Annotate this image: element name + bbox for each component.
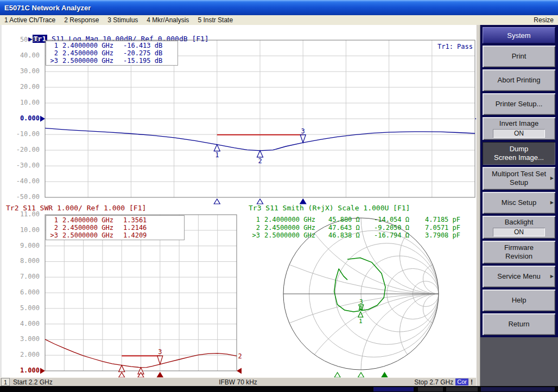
y-tick-label: -50.00 (8, 193, 40, 201)
softkey-menu: SystemPrintAbort PrintingPrinter Setup..… (480, 25, 558, 386)
menu-item-1[interactable]: 1 Active Ch/Trace (0, 16, 60, 24)
marker-cell: 1 (47, 216, 58, 224)
svg-text:2: 2 (258, 157, 262, 165)
y-tick-label: 50.00 (8, 36, 40, 43)
y-tick-label: 4.000 (8, 320, 40, 327)
marker-cell: 2 (47, 49, 58, 57)
submenu-arrow-icon: ▶ (550, 274, 554, 279)
softkey-return[interactable]: Return (483, 313, 555, 335)
marker-cell: 2.5000000 GHz (62, 232, 119, 239)
y-tick-label: 20.00 (8, 83, 40, 91)
svg-text:3: 3 (359, 298, 363, 305)
softkey-label: Abort Printing (498, 76, 541, 85)
y-tick-label: 40.00 (8, 52, 40, 59)
y-tick-label: 11.00 (8, 210, 40, 218)
softkey-misc-setup[interactable]: Misc Setup▶ (483, 192, 555, 214)
marker-cell: -16.794 Ω (374, 232, 421, 240)
marker-cell: 45.880 Ω (328, 216, 370, 224)
taskbar-strip (0, 386, 558, 392)
softkey-label: Firmware Revision (504, 243, 534, 261)
y-tick-label: 5.000 (8, 304, 40, 312)
y-tick-label: 8.000 (8, 257, 40, 265)
marker-cell: >3 (47, 232, 58, 239)
network-analyzer-window: E5071C Network Analyzer 1 Active Ch/Trac… (0, 0, 558, 392)
marker-cell: 2 (250, 224, 260, 232)
y-tick-label: 7.000 (8, 273, 40, 280)
menu-item-2[interactable]: 2 Response (60, 16, 103, 24)
taskbar-item (418, 387, 443, 391)
softkey-label: Return (508, 320, 529, 329)
marker-readout-row: 22.4500000 GHz1.2146 (47, 224, 183, 232)
y-tick-label: 10.00 (8, 226, 40, 234)
softkey-abort-printing[interactable]: Abort Printing (483, 69, 555, 91)
marker-cell: -9.2050 Ω (374, 224, 421, 232)
marker-cell: 7.0571 pF (425, 224, 465, 232)
softkey-backlight[interactable]: BacklightON (483, 216, 555, 239)
svg-text:1: 1 (215, 151, 219, 159)
softkey-multiport-test-set-setup[interactable]: Multiport Test Set Setup▶ (483, 167, 555, 190)
marker-cell: 2.4000000 GHz (264, 216, 324, 224)
marker-cell: -16.413 dB (123, 42, 167, 49)
y-tick-label: 3.000 (8, 335, 40, 343)
marker-cell: >3 (47, 57, 58, 65)
marker-cell: 1 (250, 216, 260, 224)
softkey-printer-setup[interactable]: Printer Setup... (483, 93, 555, 115)
status-bar: 1 IFBW 70 kHz Start 2.2 GHz Stop 2.7 GHz… (0, 377, 476, 386)
softkey-print[interactable]: Print (483, 46, 555, 67)
marker-cell: 47.643 Ω (328, 224, 370, 232)
softkey-help[interactable]: Help (483, 290, 555, 311)
y-tick-label: 10.00 (8, 99, 40, 106)
softkey-empty-area (480, 337, 558, 386)
marker-readout-row: 12.4000000 GHz45.880 Ω-14.054 Ω4.7185 pF (250, 216, 465, 224)
softkey-firmware-revision[interactable]: Firmware Revision (483, 241, 555, 264)
menu-item-3[interactable]: 3 Stimulus (103, 16, 142, 24)
svg-text:3: 3 (158, 348, 162, 356)
softkey-label: Backlight (505, 218, 534, 227)
resize-menu-item[interactable]: Resize (529, 16, 558, 24)
correction-status-badge: Cor (455, 378, 468, 385)
marker-cell: 2.4000000 GHz (62, 216, 119, 224)
marker-cell: 2.5000000 GHz (264, 232, 324, 240)
marker-readout-row: 12.4000000 GHz-16.413 dB (47, 42, 176, 49)
window-titlebar: E5071C Network Analyzer (0, 0, 558, 15)
analyzer-screen: ▶Tr1 S11 Log Mag 10.00dB/ Ref 0.000dB [F… (0, 25, 476, 377)
menu-items: 1 Active Ch/Trace2 Response3 Stimulus4 M… (0, 16, 237, 24)
marker-readout-row: 22.4500000 GHz47.643 Ω-9.2050 Ω7.0571 pF (250, 224, 465, 232)
softkey-label: Invert Image (499, 119, 538, 128)
marker-cell: 1.4209 (123, 232, 156, 239)
softkey-invert-image[interactable]: Invert ImageON (483, 117, 555, 140)
marker-cell: 2.4500000 GHz (62, 49, 119, 57)
submenu-arrow-icon: ▶ (550, 176, 554, 181)
marker-readout-row: 12.4000000 GHz1.3561 (47, 216, 183, 224)
marker-cell: 2 (47, 224, 58, 232)
softkey-toggle-state[interactable]: ON (493, 129, 545, 138)
ifbw-readout: IFBW 70 kHz (0, 378, 476, 386)
tr3-header: Tr3 S11 Smith (R+jX) Scale 1.000U [F1] (249, 204, 410, 212)
marker-cell: 2.4500000 GHz (62, 224, 119, 232)
submenu-arrow-icon: ▶ (550, 200, 554, 205)
tr3-smith-chart: 13 (283, 217, 439, 378)
menu-item-5[interactable]: 5 Instr State (193, 16, 237, 24)
marker-readout-row: >32.5000000 GHz1.4209 (47, 232, 183, 239)
menu-item-4[interactable]: 4 Mkr/Analysis (142, 16, 193, 24)
softkey-label: Printer Setup... (496, 100, 543, 108)
taskbar-item (446, 387, 478, 391)
screen-sidebar-divider (476, 25, 480, 386)
softkey-label: Misc Setup (502, 198, 536, 207)
softkey-label: Dump Screen Image... (494, 145, 544, 163)
softkey-dump-screen-image[interactable]: Dump Screen Image... (483, 142, 555, 165)
svg-text:1: 1 (359, 318, 363, 325)
softkey-label: Service Menu (497, 272, 540, 281)
menu-bar: 1 Active Ch/Trace2 Response3 Stimulus4 M… (0, 15, 558, 25)
tr1-marker-table: 12.4000000 GHz-16.413 dB22.4500000 GHz-2… (46, 41, 178, 66)
marker-cell: 3.7908 pF (425, 232, 465, 240)
softkey-service-menu[interactable]: Service Menu▶ (483, 266, 555, 287)
softkey-toggle-state[interactable]: ON (493, 228, 545, 236)
y-tick-label: 30.00 (8, 67, 40, 75)
marker-readout-row: 22.4500000 GHz-20.275 dB (47, 49, 176, 57)
tr3-marker-table: 12.4000000 GHz45.880 Ω-14.054 Ω4.7185 pF… (250, 216, 465, 240)
y-tick-label: 9.000 (8, 242, 40, 249)
marker-cell: 1.3561 (123, 216, 156, 224)
marker-cell: -20.275 dB (123, 49, 167, 57)
stop-frequency-readout: Stop 2.7 GHz (414, 378, 453, 386)
